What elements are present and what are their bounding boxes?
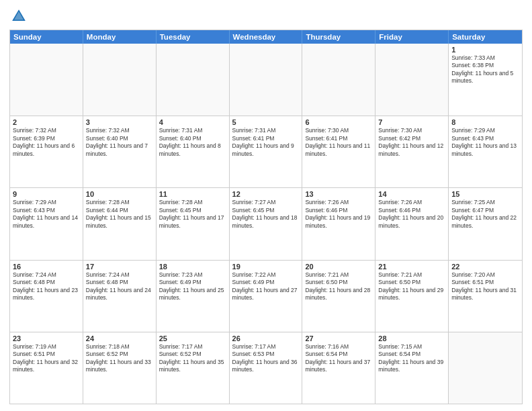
calendar-row-4: 16Sunrise: 7:24 AMSunset: 6:48 PMDayligh… [10,260,522,332]
day-number: 1 [451,46,519,54]
day-cell-28: 28Sunrise: 7:15 AMSunset: 6:54 PMDayligh… [375,332,449,404]
logo [9,7,31,26]
empty-cell [157,44,230,116]
day-number: 25 [159,334,226,342]
logo-icon [9,7,28,26]
cell-info: Sunrise: 7:23 AMSunset: 6:49 PMDaylight:… [159,271,224,301]
calendar-row-3: 9Sunrise: 7:29 AMSunset: 6:43 PMDaylight… [10,187,522,259]
cell-info: Sunrise: 7:19 AMSunset: 6:51 PMDaylight:… [13,343,78,373]
page: SundayMondayTuesdayWednesdayThursdayFrid… [0,0,532,411]
day-number: 13 [305,190,372,198]
day-number: 27 [305,334,372,342]
day-number: 14 [378,190,445,198]
cell-info: Sunrise: 7:26 AMSunset: 6:46 PMDaylight:… [305,199,370,228]
day-number: 5 [232,118,300,126]
cell-info: Sunrise: 7:16 AMSunset: 6:54 PMDaylight:… [305,343,370,373]
calendar-row-2: 2Sunrise: 7:32 AMSunset: 6:39 PMDaylight… [10,116,522,187]
calendar-row-5: 23Sunrise: 7:19 AMSunset: 6:51 PMDayligh… [10,332,522,404]
day-header-wednesday: Wednesday [230,30,303,44]
day-number: 4 [159,118,226,126]
empty-cell [230,44,303,116]
cell-info: Sunrise: 7:31 AMSunset: 6:41 PMDaylight:… [232,127,294,156]
day-cell-17: 17Sunrise: 7:24 AMSunset: 6:48 PMDayligh… [83,261,157,332]
day-cell-23: 23Sunrise: 7:19 AMSunset: 6:51 PMDayligh… [10,332,83,404]
day-number: 23 [13,334,80,342]
day-cell-5: 5Sunrise: 7:31 AMSunset: 6:41 PMDaylight… [230,116,303,187]
day-cell-7: 7Sunrise: 7:30 AMSunset: 6:42 PMDaylight… [375,116,449,187]
empty-cell [375,44,449,116]
empty-cell [10,44,83,116]
day-cell-27: 27Sunrise: 7:16 AMSunset: 6:54 PMDayligh… [302,332,375,404]
day-number: 12 [232,190,300,198]
calendar: SundayMondayTuesdayWednesdayThursdayFrid… [9,30,523,404]
day-number: 18 [159,263,226,271]
day-number: 8 [451,118,519,126]
cell-info: Sunrise: 7:20 AMSunset: 6:51 PMDaylight:… [451,271,517,301]
day-cell-24: 24Sunrise: 7:18 AMSunset: 6:52 PMDayligh… [83,332,157,404]
day-header-friday: Friday [375,30,449,44]
day-cell-18: 18Sunrise: 7:23 AMSunset: 6:49 PMDayligh… [157,261,230,332]
empty-cell [83,44,157,116]
day-number: 7 [378,118,445,126]
day-cell-19: 19Sunrise: 7:22 AMSunset: 6:49 PMDayligh… [230,261,303,332]
day-cell-12: 12Sunrise: 7:27 AMSunset: 6:45 PMDayligh… [230,188,303,259]
day-cell-14: 14Sunrise: 7:26 AMSunset: 6:46 PMDayligh… [375,188,449,259]
day-number: 24 [86,334,153,342]
cell-info: Sunrise: 7:26 AMSunset: 6:46 PMDaylight:… [378,199,443,228]
cell-info: Sunrise: 7:32 AMSunset: 6:40 PMDaylight:… [86,127,148,156]
day-cell-20: 20Sunrise: 7:21 AMSunset: 6:50 PMDayligh… [302,261,375,332]
day-cell-3: 3Sunrise: 7:32 AMSunset: 6:40 PMDaylight… [83,116,157,187]
day-number: 15 [451,190,519,198]
day-cell-4: 4Sunrise: 7:31 AMSunset: 6:40 PMDaylight… [157,116,230,187]
cell-info: Sunrise: 7:30 AMSunset: 6:42 PMDaylight:… [378,127,443,156]
day-number: 11 [159,190,226,198]
day-cell-8: 8Sunrise: 7:29 AMSunset: 6:43 PMDaylight… [449,116,522,187]
cell-info: Sunrise: 7:15 AMSunset: 6:54 PMDaylight:… [378,343,443,373]
cell-info: Sunrise: 7:29 AMSunset: 6:43 PMDaylight:… [451,127,517,156]
day-header-tuesday: Tuesday [157,30,230,44]
day-cell-16: 16Sunrise: 7:24 AMSunset: 6:48 PMDayligh… [10,261,83,332]
day-cell-11: 11Sunrise: 7:28 AMSunset: 6:45 PMDayligh… [157,188,230,259]
day-number: 20 [305,263,372,271]
day-number: 26 [232,334,300,342]
cell-info: Sunrise: 7:32 AMSunset: 6:39 PMDaylight:… [13,127,75,156]
day-number: 19 [232,263,300,271]
day-cell-25: 25Sunrise: 7:17 AMSunset: 6:52 PMDayligh… [157,332,230,404]
day-cell-26: 26Sunrise: 7:17 AMSunset: 6:53 PMDayligh… [230,332,303,404]
day-number: 28 [378,334,445,342]
day-number: 16 [13,263,80,271]
day-cell-10: 10Sunrise: 7:28 AMSunset: 6:44 PMDayligh… [83,188,157,259]
empty-cell [302,44,375,116]
header [9,7,523,26]
cell-info: Sunrise: 7:24 AMSunset: 6:48 PMDaylight:… [13,271,78,301]
day-header-monday: Monday [83,30,157,44]
cell-info: Sunrise: 7:30 AMSunset: 6:41 PMDaylight:… [305,127,370,156]
day-cell-15: 15Sunrise: 7:25 AMSunset: 6:47 PMDayligh… [449,188,522,259]
day-header-saturday: Saturday [449,30,522,44]
day-header-sunday: Sunday [10,30,83,44]
day-number: 22 [451,263,519,271]
cell-info: Sunrise: 7:29 AMSunset: 6:43 PMDaylight:… [13,199,78,228]
cell-info: Sunrise: 7:28 AMSunset: 6:44 PMDaylight:… [86,199,151,228]
day-cell-13: 13Sunrise: 7:26 AMSunset: 6:46 PMDayligh… [302,188,375,259]
day-number: 21 [378,263,445,271]
cell-info: Sunrise: 7:28 AMSunset: 6:45 PMDaylight:… [159,199,224,228]
cell-info: Sunrise: 7:21 AMSunset: 6:50 PMDaylight:… [378,271,443,301]
day-number: 9 [13,190,80,198]
day-cell-2: 2Sunrise: 7:32 AMSunset: 6:39 PMDaylight… [10,116,83,187]
day-number: 3 [86,118,153,126]
cell-info: Sunrise: 7:17 AMSunset: 6:52 PMDaylight:… [159,343,224,373]
day-cell-21: 21Sunrise: 7:21 AMSunset: 6:50 PMDayligh… [375,261,449,332]
calendar-body: 1Sunrise: 7:33 AMSunset: 6:38 PMDaylight… [10,44,522,404]
day-number: 6 [305,118,372,126]
calendar-header: SundayMondayTuesdayWednesdayThursdayFrid… [10,30,522,44]
cell-info: Sunrise: 7:33 AMSunset: 6:38 PMDaylight:… [451,54,513,84]
day-cell-9: 9Sunrise: 7:29 AMSunset: 6:43 PMDaylight… [10,188,83,259]
empty-cell [449,332,522,404]
day-header-thursday: Thursday [302,30,375,44]
day-cell-1: 1Sunrise: 7:33 AMSunset: 6:38 PMDaylight… [449,44,522,116]
cell-info: Sunrise: 7:24 AMSunset: 6:48 PMDaylight:… [86,271,151,301]
cell-info: Sunrise: 7:17 AMSunset: 6:53 PMDaylight:… [232,343,298,373]
day-number: 2 [13,118,80,126]
cell-info: Sunrise: 7:22 AMSunset: 6:49 PMDaylight:… [232,271,298,301]
